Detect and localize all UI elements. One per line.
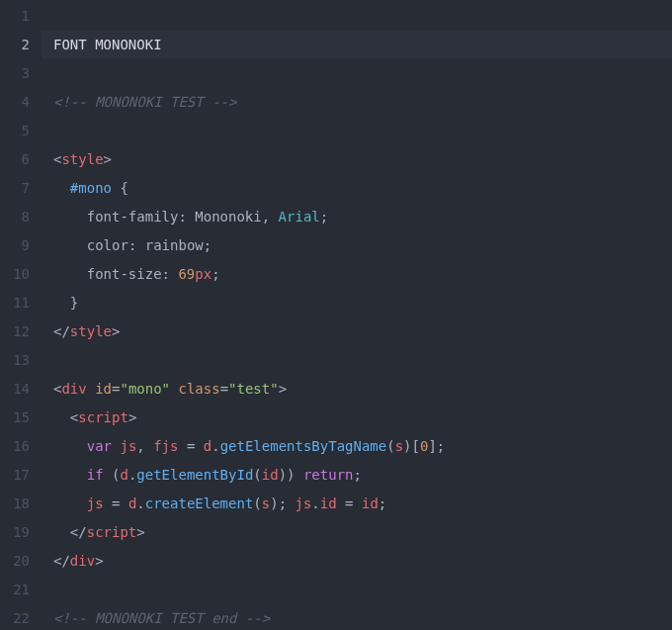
token <box>53 266 87 282</box>
line-number: 11 <box>0 289 30 317</box>
token <box>53 495 87 511</box>
code-line[interactable]: <script> <box>53 404 672 432</box>
token: ; <box>211 266 219 282</box>
token <box>53 180 70 196</box>
code-line[interactable]: </style> <box>53 317 672 346</box>
code-line[interactable]: } <box>53 289 672 317</box>
line-number: 7 <box>0 174 30 203</box>
code-line[interactable] <box>53 2 672 31</box>
token <box>53 467 87 483</box>
line-number: 14 <box>0 375 30 404</box>
token: )[ <box>403 438 420 454</box>
token: script <box>78 409 128 425</box>
token: > <box>136 524 144 540</box>
token: s <box>395 438 403 454</box>
token: = <box>337 495 362 511</box>
token: "test" <box>228 381 279 397</box>
token: = <box>220 381 228 397</box>
token <box>53 524 70 540</box>
token: ( <box>253 467 261 483</box>
token: { <box>112 180 128 196</box>
token <box>53 209 87 225</box>
token: . <box>136 495 144 511</box>
token: fjs <box>153 438 178 454</box>
line-number: 12 <box>0 317 30 346</box>
code-editor[interactable]: 12345678910111213141516171819202122 FONT… <box>0 0 672 630</box>
token: = <box>104 495 128 511</box>
code-line[interactable] <box>53 346 672 375</box>
token: if <box>87 467 104 483</box>
line-number: 18 <box>0 490 30 518</box>
token: id <box>262 467 279 483</box>
token: ( <box>104 467 121 483</box>
token: font-family <box>87 209 179 225</box>
code-line[interactable]: FONT MONONOKI <box>42 31 672 59</box>
token: d <box>204 438 211 454</box>
token <box>53 237 87 253</box>
code-line[interactable]: #mono { <box>53 174 672 203</box>
token: 69 <box>178 266 195 282</box>
token: style <box>70 323 112 339</box>
token: : Mononoki, <box>178 209 278 225</box>
token: getElementsByTagName <box>220 438 387 454</box>
code-line[interactable]: if (d.getElementById(id)) return; <box>53 461 672 490</box>
token: color <box>87 237 128 253</box>
token: id <box>320 495 337 511</box>
code-line[interactable]: font-family: Mononoki, Arial; <box>53 203 672 231</box>
token: </ <box>53 553 70 569</box>
token: js <box>295 495 312 511</box>
code-line[interactable]: </div> <box>53 547 672 576</box>
line-number: 1 <box>0 2 30 31</box>
code-area[interactable]: FONT MONONOKI <!-- MONONOKI TEST --> <st… <box>42 0 672 630</box>
token: </ <box>70 524 87 540</box>
token: > <box>128 409 136 425</box>
token <box>87 381 95 397</box>
token: ( <box>386 438 394 454</box>
line-number-gutter: 12345678910111213141516171819202122 <box>0 0 42 630</box>
code-line[interactable]: font-size: 69px; <box>53 260 672 289</box>
code-line[interactable]: <div id="mono" class="test"> <box>53 375 672 404</box>
token: div <box>61 381 86 397</box>
line-number: 10 <box>0 260 30 289</box>
token <box>53 409 70 425</box>
code-line[interactable]: </script> <box>53 518 672 547</box>
code-line[interactable] <box>53 117 672 145</box>
code-line[interactable] <box>53 59 672 88</box>
token: )) <box>279 467 303 483</box>
line-number: 17 <box>0 461 30 490</box>
token: . <box>311 495 319 511</box>
token: ; <box>354 467 362 483</box>
token: script <box>87 524 137 540</box>
token: "mono" <box>120 381 170 397</box>
token <box>53 438 87 454</box>
token: class <box>178 381 219 397</box>
line-number: 2 <box>0 31 30 59</box>
token: #mono <box>70 180 112 196</box>
token: font-size <box>87 266 162 282</box>
code-line[interactable]: <!-- MONONOKI TEST end --> <box>53 604 672 630</box>
token: ); <box>270 495 294 511</box>
code-line[interactable]: js = d.createElement(s); js.id = id; <box>53 490 672 518</box>
token: ]; <box>428 438 445 454</box>
token: , <box>136 438 153 454</box>
code-line[interactable]: <!-- MONONOKI TEST --> <box>53 88 672 117</box>
token: : rainbow; <box>128 237 211 253</box>
token: . <box>211 438 219 454</box>
token: createElement <box>145 495 254 511</box>
token: var <box>87 438 112 454</box>
line-number: 16 <box>0 432 30 461</box>
line-number: 15 <box>0 404 30 432</box>
code-line[interactable] <box>53 576 672 604</box>
code-line[interactable]: <style> <box>53 145 672 174</box>
code-line[interactable]: var js, fjs = d.getElementsByTagName(s)[… <box>53 432 672 461</box>
code-line[interactable]: color: rainbow; <box>53 231 672 260</box>
token: js <box>87 495 104 511</box>
line-number: 21 <box>0 576 30 604</box>
token: </ <box>53 323 70 339</box>
token: div <box>70 553 95 569</box>
line-number: 5 <box>0 117 30 145</box>
token: <!-- MONONOKI TEST end --> <box>53 610 270 626</box>
token: > <box>95 553 103 569</box>
line-number: 13 <box>0 346 30 375</box>
line-number: 3 <box>0 59 30 88</box>
